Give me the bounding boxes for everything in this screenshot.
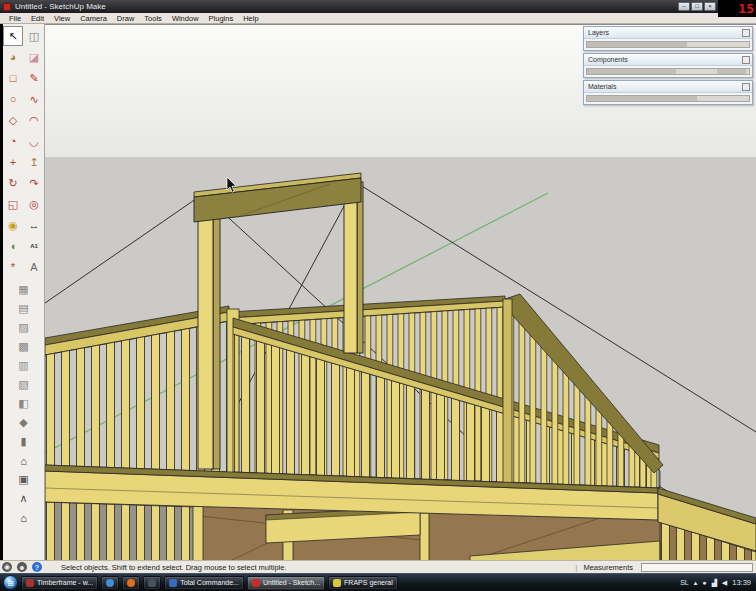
total-commander-icon xyxy=(169,579,177,587)
window-title: Untitled - SketchUp Make xyxy=(15,2,106,11)
start-button[interactable]: ⊞ xyxy=(3,575,18,590)
window-controls: – □ × xyxy=(678,2,716,11)
panel-tray: Layers Components Materials xyxy=(583,26,753,105)
title-bar: Untitled - SketchUp Make – □ × xyxy=(0,0,756,13)
fraps-icon xyxy=(333,579,341,587)
house-plugin-tool[interactable]: ⌂ xyxy=(15,452,33,469)
arc2-tool[interactable]: ◡ xyxy=(24,131,44,151)
geolocation-icon[interactable]: ◉ xyxy=(2,562,12,572)
cylinder-plugin-tool[interactable]: ▮ xyxy=(15,433,33,450)
layers-panel-scrollbar[interactable] xyxy=(586,41,750,48)
taskbar-item-total-commander[interactable]: Total Commande... xyxy=(164,576,244,590)
rectangle-tool[interactable]: □ xyxy=(3,68,23,88)
roof-plugin-tool[interactable]: ⌂ xyxy=(15,509,33,526)
materials-panel-scrollbar[interactable] xyxy=(586,95,750,102)
protractor-tool[interactable]: ◖ xyxy=(3,236,23,256)
sketchup-taskbar-icon xyxy=(252,579,260,587)
move-tool[interactable]: + xyxy=(3,152,23,172)
menu-file[interactable]: File xyxy=(4,14,26,23)
tape-measure-tool[interactable]: ◉ xyxy=(3,215,23,235)
freehand-tool[interactable]: ∿ xyxy=(24,89,44,109)
maximize-button[interactable]: □ xyxy=(691,2,703,11)
select-tool[interactable]: ↖ xyxy=(3,26,23,46)
materials-panel-header[interactable]: Materials xyxy=(584,81,752,93)
credit-icon[interactable]: ☻ xyxy=(17,562,27,572)
components-rollup-button[interactable] xyxy=(742,56,750,64)
status-separator: | xyxy=(575,563,577,572)
rotate-tool[interactable]: ↻ xyxy=(3,173,23,193)
volume-icon[interactable]: ◀ xyxy=(722,579,727,587)
menu-tools[interactable]: Tools xyxy=(139,14,167,23)
stamp-tool[interactable]: ▩ xyxy=(15,338,33,355)
taskbar-icon-app-dark[interactable] xyxy=(143,576,161,590)
rock-plugin-tool[interactable]: ◆ xyxy=(15,414,33,431)
language-indicator[interactable]: SL xyxy=(680,579,689,586)
measurements-label: Measurements xyxy=(583,563,633,572)
circle-tool[interactable]: ○ xyxy=(3,89,23,109)
roof-outline-plugin-tool[interactable]: ∧ xyxy=(15,490,33,507)
sketchup-app-icon xyxy=(3,3,11,11)
dimension-tool[interactable]: ↔ xyxy=(24,215,44,235)
taskbar-item-sketchup[interactable]: Untitled - Sketch... xyxy=(247,576,325,590)
drape-tool[interactable]: ▥ xyxy=(15,357,33,374)
network-icon[interactable]: ▟ xyxy=(711,579,716,587)
layers-panel: Layers xyxy=(583,26,753,51)
line-tool[interactable]: ✎ xyxy=(24,68,44,88)
tray-icon-1[interactable]: ● xyxy=(702,579,706,586)
materials-panel-title: Materials xyxy=(588,83,616,90)
menu-bar: File Edit View Camera Draw Tools Window … xyxy=(0,13,756,24)
status-hint-text: Select objects. Shift to extend select. … xyxy=(61,563,287,572)
sandbox-from-scratch-tool[interactable]: ▤ xyxy=(15,300,33,317)
minimize-button[interactable]: – xyxy=(678,2,690,11)
text-tool[interactable]: A1 xyxy=(24,236,44,256)
make-component-tool[interactable]: ◫ xyxy=(24,26,44,46)
smoove-tool[interactable]: ▨ xyxy=(15,319,33,336)
layers-rollup-button[interactable] xyxy=(742,29,750,37)
dark-app-icon xyxy=(148,579,156,587)
taskbar-item-fraps[interactable]: FRAPS general xyxy=(328,576,398,590)
eraser-tool[interactable]: ◪ xyxy=(24,47,44,67)
model-viewport[interactable]: Layers Components Materials xyxy=(45,24,756,560)
close-button[interactable]: × xyxy=(704,2,716,11)
components-panel-scrollbar[interactable] xyxy=(586,68,750,75)
arc-tool[interactable]: ◠ xyxy=(24,110,44,130)
taskbar: ⊞ Timberframe - w... Total Commande... U… xyxy=(0,573,756,591)
blue-app-icon xyxy=(106,579,114,587)
materials-rollup-button[interactable] xyxy=(742,83,750,91)
paint-bucket-tool[interactable]: ◕ xyxy=(3,47,23,67)
clock[interactable]: 13:39 xyxy=(732,578,751,587)
menu-edit[interactable]: Edit xyxy=(26,14,49,23)
components-panel-title: Components xyxy=(588,56,628,63)
axes-tool[interactable]: * xyxy=(3,257,23,277)
materials-panel: Materials xyxy=(583,80,753,105)
box-roof-plugin-tool[interactable]: ▣ xyxy=(15,471,33,488)
menu-view[interactable]: View xyxy=(49,14,75,23)
menu-draw[interactable]: Draw xyxy=(112,14,140,23)
scale-tool[interactable]: ◱ xyxy=(3,194,23,214)
menu-help[interactable]: Help xyxy=(238,14,263,23)
taskbar-item-timberframe[interactable]: Timberframe - w... xyxy=(21,576,98,590)
system-tray: SL ▴ ● ▟ ◀ 13:39 xyxy=(680,578,753,587)
layers-panel-header[interactable]: Layers xyxy=(584,27,752,39)
push-pull-tool[interactable]: ↥ xyxy=(24,152,44,172)
polygon-tool[interactable]: ◇ xyxy=(3,110,23,130)
3d-text-tool[interactable]: A xyxy=(24,257,44,277)
sandbox-from-contours-tool[interactable]: ▦ xyxy=(15,281,33,298)
menu-camera[interactable]: Camera xyxy=(75,14,112,23)
hidden-icons-chevron[interactable]: ▴ xyxy=(694,579,698,587)
timber-frame-model[interactable] xyxy=(45,25,756,561)
offset-tool[interactable]: ◎ xyxy=(24,194,44,214)
menu-window[interactable]: Window xyxy=(167,14,204,23)
pie-tool[interactable]: ◔ xyxy=(3,131,23,151)
help-icon[interactable]: ? xyxy=(32,562,42,572)
menu-plugins[interactable]: Plugins xyxy=(204,14,239,23)
taskbar-icon-firefox[interactable] xyxy=(122,576,140,590)
measurements-input[interactable] xyxy=(641,563,753,572)
flip-edge-tool[interactable]: ◧ xyxy=(15,395,33,412)
screen: Untitled - SketchUp Make – □ × 15 File E… xyxy=(0,0,756,591)
components-panel-header[interactable]: Components xyxy=(584,54,752,66)
add-detail-tool[interactable]: ▧ xyxy=(15,376,33,393)
layers-panel-title: Layers xyxy=(588,29,609,36)
follow-me-tool[interactable]: ↷ xyxy=(24,173,44,193)
taskbar-icon-app-blue[interactable] xyxy=(101,576,119,590)
